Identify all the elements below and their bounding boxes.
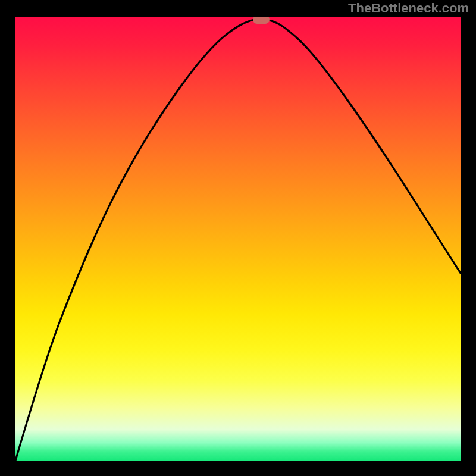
chart-frame: TheBottleneck.com [0,0,476,476]
curve-svg [15,17,461,461]
attribution-text: TheBottleneck.com [348,0,469,17]
bottleneck-curve [15,19,461,461]
plot-area [15,17,461,461]
optimum-marker [253,17,270,24]
